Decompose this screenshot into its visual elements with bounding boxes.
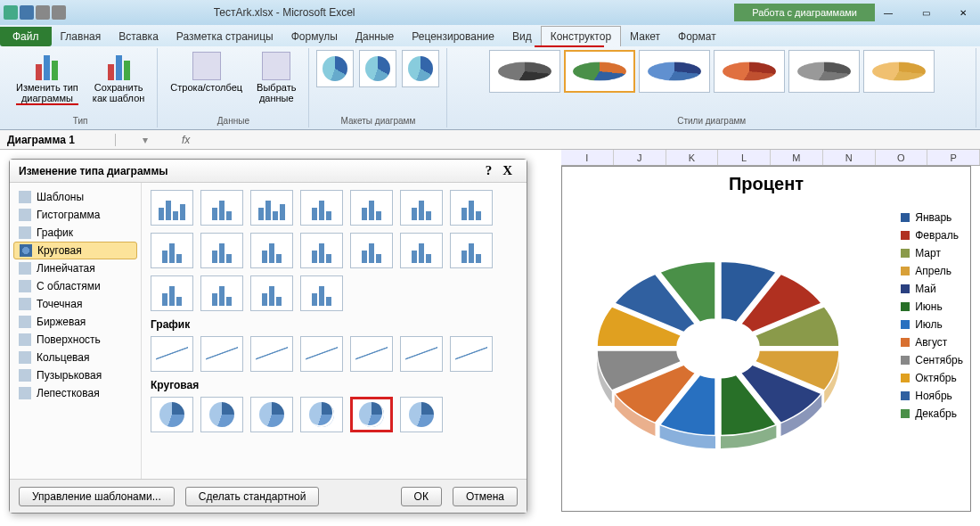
redo-icon[interactable] [52, 5, 66, 20]
select-data-button[interactable]: Выбрать данные [251, 50, 301, 105]
col-header[interactable]: M [771, 150, 823, 165]
chart-thumb-pie-of-pie[interactable] [250, 397, 293, 432]
dialog-help-icon[interactable]: ? [480, 163, 498, 178]
chart-style-thumb[interactable] [788, 50, 860, 93]
chart-thumb-cone[interactable] [400, 233, 443, 268]
legend-item[interactable]: Октябрь [901, 372, 963, 384]
chart-thumb-line[interactable] [151, 336, 193, 372]
tab-formulas[interactable]: Формулы [282, 27, 347, 46]
legend-item[interactable]: Декабрь [901, 407, 963, 420]
minimize-icon[interactable]: — [875, 5, 902, 20]
legend-item[interactable]: Январь [901, 211, 963, 224]
save-icon[interactable] [20, 5, 34, 20]
col-header[interactable]: J [614, 150, 666, 165]
chart-thumb-pie3d[interactable] [200, 397, 243, 432]
chart-category-лепестковая[interactable]: Лепестковая [10, 384, 141, 402]
chart-category-поверхность[interactable]: Поверхность [10, 331, 141, 349]
chart-thumb-exploded-pie[interactable] [300, 397, 343, 432]
chart-category-шаблоны[interactable]: Шаблоны [10, 188, 141, 206]
tab-data[interactable]: Данные [347, 27, 403, 46]
embedded-chart[interactable]: Процент ЯнварьФевральМартАпрельМайИюньИю… [561, 166, 971, 512]
chart-category-круговая[interactable]: Круговая [13, 242, 137, 259]
chart-thumb-cylinder[interactable] [200, 233, 243, 268]
col-header[interactable]: P [927, 150, 980, 165]
maximize-icon[interactable]: ▭ [912, 5, 939, 20]
chart-style-thumb-selected[interactable] [564, 50, 635, 93]
chart-layout-thumb[interactable] [402, 50, 439, 87]
chart-thumb-column3d[interactable] [300, 190, 343, 226]
legend-item[interactable]: Июль [901, 318, 963, 331]
chart-thumb-line[interactable] [250, 336, 293, 372]
chart-thumb-column[interactable] [151, 190, 193, 226]
chart-layout-thumb[interactable] [316, 50, 354, 87]
chart-thumb-pie[interactable] [151, 397, 193, 432]
col-header[interactable]: L [718, 150, 771, 165]
chart-category-точечная[interactable]: Точечная [10, 295, 141, 313]
chart-thumb-line[interactable] [350, 336, 393, 372]
chart-category-гистограмма[interactable]: Гистограмма [10, 206, 141, 224]
chart-category-с областями[interactable]: С областями [10, 277, 141, 295]
legend-item[interactable]: Апрель [901, 265, 963, 277]
chart-thumb-cone[interactable] [450, 233, 493, 268]
chart-thumb-column3d[interactable] [350, 190, 393, 226]
legend-item[interactable]: Сентябрь [901, 354, 963, 366]
legend-item[interactable]: Июнь [901, 300, 963, 313]
tab-format[interactable]: Формат [669, 27, 725, 46]
save-as-template-button[interactable]: Сохранить как шаблон [87, 50, 151, 107]
chart-category-кольцевая[interactable]: Кольцевая [10, 349, 141, 366]
chart-thumb-cylinder[interactable] [300, 233, 343, 268]
col-header[interactable]: K [666, 150, 719, 165]
chart-category-биржевая[interactable]: Биржевая [10, 313, 141, 331]
name-box-dropdown-icon[interactable]: ▾ [116, 134, 175, 146]
chart-thumb-bar-of-pie[interactable] [400, 397, 443, 432]
dialog-close-icon[interactable]: X [497, 163, 518, 178]
undo-icon[interactable] [36, 5, 50, 20]
chart-thumb-pyramid[interactable] [250, 275, 293, 311]
col-header[interactable]: O [876, 150, 928, 165]
legend-item[interactable]: Ноябрь [901, 390, 963, 402]
legend-item[interactable]: Март [901, 247, 963, 259]
fx-label[interactable]: fx [175, 134, 197, 146]
chart-thumb-column3d[interactable] [450, 190, 493, 226]
chart-style-thumb[interactable] [863, 50, 935, 93]
col-header[interactable]: N [823, 150, 876, 165]
chart-category-график[interactable]: График [10, 224, 141, 242]
chart-thumb-column[interactable] [250, 190, 293, 226]
chart-thumb-line[interactable] [400, 336, 443, 372]
cancel-button[interactable]: Отмена [453, 487, 518, 506]
chart-thumb-line[interactable] [300, 336, 343, 372]
col-header[interactable]: I [561, 150, 614, 165]
legend-item[interactable]: Август [901, 336, 963, 349]
name-box[interactable]: Диаграмма 1 [0, 134, 116, 146]
chart-thumb-line3d[interactable] [450, 336, 493, 372]
chart-category-линейчатая[interactable]: Линейчатая [10, 259, 141, 277]
chart-thumb-cylinder[interactable] [250, 233, 293, 268]
legend-item[interactable]: Февраль [901, 229, 963, 242]
chart-thumb-column3d[interactable] [400, 190, 443, 226]
tab-review[interactable]: Рецензирование [403, 27, 503, 46]
tab-view[interactable]: Вид [503, 27, 541, 46]
tab-layout[interactable]: Разметка страницы [167, 27, 282, 46]
chart-title[interactable]: Процент [562, 167, 970, 201]
tab-insert[interactable]: Вставка [110, 27, 167, 46]
change-chart-type-button[interactable]: Изменить тип диаграммы [11, 50, 84, 107]
chart-thumb-line[interactable] [200, 336, 243, 372]
chart-thumb-cylinder[interactable] [151, 233, 193, 268]
tab-maket[interactable]: Макет [621, 27, 669, 46]
chart-thumb-pyramid[interactable] [151, 275, 193, 311]
chart-thumb-pyramid[interactable] [300, 275, 343, 311]
chart-thumb-exploded-pie3d-selected[interactable] [350, 397, 393, 432]
tab-file[interactable]: Файл [0, 27, 52, 46]
chart-style-thumb[interactable] [639, 50, 710, 93]
chart-style-thumb[interactable] [714, 50, 785, 93]
close-icon[interactable]: ✕ [950, 5, 976, 20]
tab-home[interactable]: Главная [52, 27, 110, 46]
switch-row-col-button[interactable]: Строка/столбец [165, 50, 248, 105]
tab-constructor[interactable]: Конструктор [541, 26, 621, 46]
set-default-button[interactable]: Сделать стандартной [185, 487, 320, 506]
chart-thumb-pyramid[interactable] [200, 275, 243, 311]
chart-category-пузырьковая[interactable]: Пузырьковая [10, 366, 141, 384]
chart-thumb-cone[interactable] [350, 233, 393, 268]
ok-button[interactable]: ОК [401, 487, 442, 506]
chart-thumb-column[interactable] [200, 190, 243, 226]
